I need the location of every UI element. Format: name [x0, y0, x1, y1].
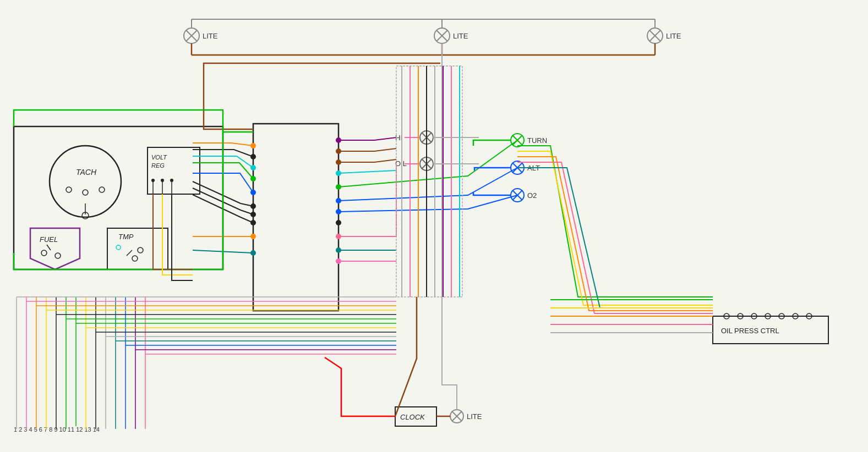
lite3-label: LITE: [666, 32, 681, 40]
volt-reg-label2: REG: [151, 162, 165, 169]
lite1-label: LITE: [203, 32, 218, 40]
o2-label: O2: [527, 191, 537, 200]
oil-press-ctrl-label: OIL PRESS CTRL: [721, 327, 779, 335]
tach-label: TACH: [76, 168, 97, 177]
svg-rect-0: [0, 0, 868, 452]
volt-reg-label: VOLT: [151, 154, 167, 161]
tmp-label: TMP: [118, 233, 134, 241]
svg-point-39: [151, 179, 155, 182]
lite-clock-label: LITE: [467, 412, 482, 421]
svg-point-40: [161, 179, 164, 182]
lite2-label: LITE: [453, 32, 468, 40]
turn-label: TURN: [527, 136, 547, 145]
fuel-label: FUEL: [40, 235, 58, 244]
clock-label: CLOCK: [400, 413, 425, 421]
svg-point-60: [336, 220, 341, 225]
svg-point-41: [170, 179, 173, 182]
